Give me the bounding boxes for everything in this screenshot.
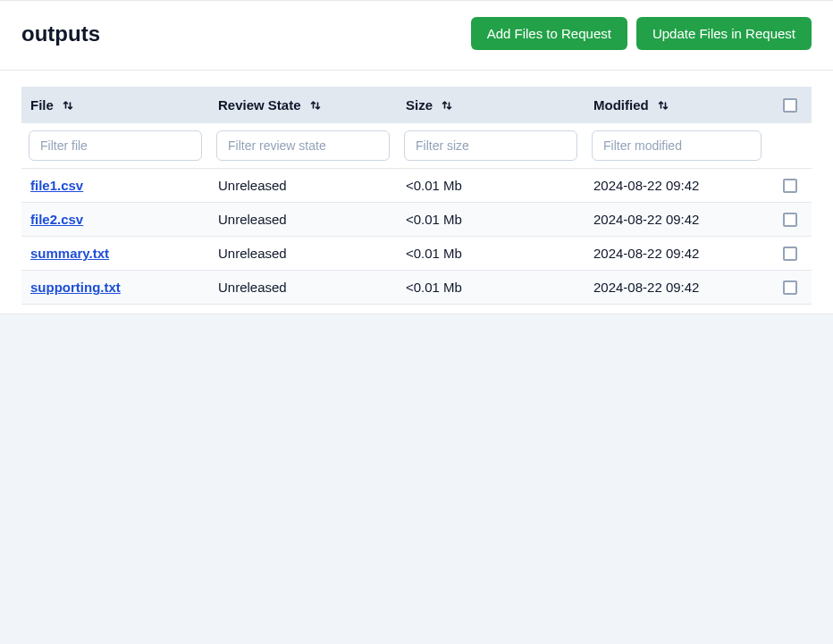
- table-container: File Review State: [0, 71, 833, 314]
- header: outputs Add Files to Request Update File…: [0, 0, 833, 71]
- column-label-file: File: [30, 97, 54, 113]
- sort-icon: [63, 99, 73, 112]
- row-checkbox[interactable]: [783, 280, 797, 295]
- sort-icon: [442, 99, 452, 112]
- filter-file-input[interactable]: [29, 130, 202, 161]
- table-row: file2.csv Unreleased <0.01 Mb 2024-08-22…: [21, 203, 812, 237]
- size-cell: <0.01 Mb: [397, 203, 585, 237]
- column-header-review-state[interactable]: Review State: [218, 97, 321, 113]
- add-files-button[interactable]: Add Files to Request: [471, 17, 627, 50]
- file-link[interactable]: supporting.txt: [30, 280, 121, 295]
- sort-icon: [658, 99, 669, 112]
- table-row: summary.txt Unreleased <0.01 Mb 2024-08-…: [21, 237, 812, 271]
- size-cell: <0.01 Mb: [397, 271, 585, 305]
- row-checkbox[interactable]: [783, 179, 797, 193]
- row-checkbox[interactable]: [783, 213, 797, 227]
- row-checkbox[interactable]: [783, 247, 797, 261]
- review-state-cell: Unreleased: [209, 237, 397, 271]
- modified-cell: 2024-08-22 09:42: [585, 203, 769, 237]
- page-title: outputs: [21, 21, 100, 46]
- table-row: file1.csv Unreleased <0.01 Mb 2024-08-22…: [21, 169, 812, 203]
- column-header-file[interactable]: File: [30, 97, 73, 113]
- size-cell: <0.01 Mb: [397, 237, 585, 271]
- table-row: supporting.txt Unreleased <0.01 Mb 2024-…: [21, 271, 812, 305]
- update-files-button[interactable]: Update Files in Request: [636, 17, 812, 50]
- file-link[interactable]: summary.txt: [30, 246, 109, 261]
- sort-icon: [310, 99, 321, 112]
- header-actions: Add Files to Request Update Files in Req…: [471, 17, 812, 50]
- filter-review-state-input[interactable]: [216, 130, 390, 161]
- file-link[interactable]: file1.csv: [30, 178, 83, 193]
- column-label-modified: Modified: [593, 97, 649, 113]
- modified-cell: 2024-08-22 09:42: [585, 169, 769, 203]
- column-header-size[interactable]: Size: [406, 97, 452, 113]
- select-all-checkbox[interactable]: [783, 98, 797, 113]
- filter-row: [21, 123, 812, 169]
- filter-size-input[interactable]: [404, 130, 577, 161]
- filter-modified-input[interactable]: [592, 130, 761, 161]
- review-state-cell: Unreleased: [209, 271, 397, 305]
- table-header-row: File Review State: [21, 87, 812, 123]
- page-container: outputs Add Files to Request Update File…: [0, 0, 833, 314]
- review-state-cell: Unreleased: [209, 169, 397, 203]
- column-label-review-state: Review State: [218, 97, 301, 113]
- size-cell: <0.01 Mb: [397, 169, 585, 203]
- modified-cell: 2024-08-22 09:42: [585, 271, 769, 305]
- file-link[interactable]: file2.csv: [30, 212, 83, 227]
- table-body: file1.csv Unreleased <0.01 Mb 2024-08-22…: [21, 169, 812, 305]
- column-header-modified[interactable]: Modified: [593, 97, 669, 113]
- review-state-cell: Unreleased: [209, 203, 397, 237]
- column-label-size: Size: [406, 97, 433, 113]
- files-table: File Review State: [21, 87, 812, 305]
- modified-cell: 2024-08-22 09:42: [585, 237, 769, 271]
